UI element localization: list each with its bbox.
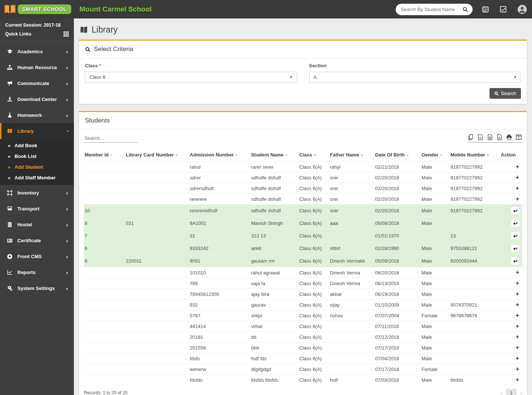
cell-member-id [84,194,125,205]
search-button[interactable]: Search [490,88,521,99]
add-member-button[interactable]: + [515,366,520,372]
column-header-class[interactable]: Class▾ [299,149,329,162]
sidebar-subitem-book-list[interactable]: »Book List [0,151,74,162]
svg-text:A: A [498,136,501,140]
add-member-button[interactable]: + [515,377,520,383]
sidebar-item-inventory[interactable]: Inventory‹ [0,185,74,201]
app-logo[interactable]: SMART SCHOOL [0,4,74,15]
add-member-button[interactable]: + [515,185,520,191]
add-member-button[interactable]: + [515,323,520,329]
add-member-button[interactable]: + [515,355,520,361]
system-settings-icon [7,286,13,291]
double-chevron-icon: » [8,164,10,170]
sidebar-item-homework[interactable]: Homework‹ [0,107,74,123]
prev-page-button[interactable]: ‹ [501,390,502,395]
add-member-button[interactable]: + [515,270,520,276]
add-member-button[interactable]: + [515,313,520,318]
cell-gender [421,230,450,242]
cell-action: ↩ [500,217,522,230]
column-header-label: Member Id [85,152,109,158]
cell-class: Class 6(A) [299,217,329,230]
column-header-mobile-number[interactable]: Mobile Number▾ [450,149,500,162]
quick-links[interactable]: Quick Links [5,31,69,37]
print-icon [506,134,512,140]
sidebar-subitem-label: Book List [14,153,36,159]
cell-date-of-birth: 07/12/2018 [374,332,421,342]
section-select[interactable]: A ▼ [309,72,521,82]
add-member-button[interactable]: + [515,164,520,170]
cell-gender: Male [421,342,450,353]
cell-admission-number: 932 [189,300,250,310]
sidebar-item-transport[interactable]: Transport‹ [0,201,74,217]
return-book-button[interactable]: ↩ [511,257,520,265]
copy-export-button[interactable] [468,134,474,140]
cell-father-name [329,353,374,364]
current-page-button[interactable]: 1 [506,389,516,395]
column-header-date-of-birth[interactable]: Date Of Birth▾ [374,149,421,162]
table-row: 80216A1001Manish ShinghClass 6(A)aaa05/0… [84,217,522,230]
column-header-library-card-number[interactable]: Library Card Number▾ [125,149,189,162]
cell-member-id [84,332,125,342]
sidebar-item-hostel[interactable]: Hostel‹ [0,217,74,233]
sidebar-item-system-settings[interactable]: System Settings‹ [0,280,74,296]
search-icon[interactable] [463,7,468,12]
cell-gender: Male [421,205,450,217]
return-book-button[interactable]: ↩ [511,219,520,227]
return-book-button[interactable]: ↩ [511,207,520,215]
cell-gender: Male [421,194,450,205]
sidebar-item-communicate[interactable]: Communicate‹ [0,75,74,91]
cell-action: + [500,300,522,310]
sidebar-subitem-add-book[interactable]: »Add Book [0,140,74,151]
column-header-gender[interactable]: Gender▾ [421,149,450,162]
cell-student-name: 313 13 [250,230,299,242]
add-member-button[interactable]: + [515,175,520,180]
pdf-export-button[interactable]: A [497,134,502,140]
column-header-label: Gender [422,152,439,158]
table-search-input[interactable] [84,134,138,143]
csv-export-button[interactable] [487,134,493,140]
column-header-father-name[interactable]: Father Name▾ [329,149,374,162]
excel-export-button[interactable]: x [477,134,483,140]
sidebar-item-certificate[interactable]: Certificate‹ [0,233,74,249]
tasks-icon[interactable] [500,6,507,13]
sidebar-item-reports[interactable]: Reports‹ [0,264,74,280]
chevron-down-icon: ▼ [514,75,517,79]
chevron-left-icon: ‹ [66,112,68,118]
cell-father-name [329,364,374,375]
print-export-button[interactable] [506,134,512,140]
cell-date-of-birth: 02/20/2018 [374,194,421,205]
add-member-button[interactable]: + [515,302,520,308]
cell-father-name: Dinesh Verma [329,278,374,289]
cell-class: Class 6(A) [299,353,329,364]
add-member-button[interactable]: + [515,334,520,340]
column-header-student-name[interactable]: Student Name▾ [250,149,299,162]
student-search-input[interactable] [400,6,463,13]
return-book-button[interactable]: ↩ [511,232,520,240]
sidebar-item-human-resource[interactable]: Human Resource‹ [0,60,74,75]
add-member-button[interactable]: + [515,280,520,286]
return-book-button[interactable]: ↩ [511,244,520,252]
sidebar-subitem-add-staff-member[interactable]: »Add Staff Member [0,172,74,183]
user-avatar[interactable] [518,5,527,14]
column-header-member-id[interactable]: Member Id▾ [84,149,125,162]
next-page-button[interactable]: › [521,390,522,395]
table-body: rahulrarer sererClass 6(A)rahyl02/21/201… [84,162,522,385]
add-member-button[interactable]: + [515,196,520,202]
sidebar-item-label: Transport [17,206,40,212]
sidebar-subitem-add-student[interactable]: »Add Student [0,162,74,172]
cell-class: Class 6(A) [299,300,329,310]
sidebar-item-library[interactable]: Library‹ [0,123,74,139]
add-member-button[interactable]: + [515,345,520,351]
sidebar-item-academics[interactable]: Academics‹ [0,44,74,60]
cell-action: + [500,183,522,194]
cell-gender: Male [421,289,450,300]
cell-class: Class 6(A) [299,342,329,353]
sidebar-item-download-center[interactable]: Download Center‹ [0,91,74,107]
class-select[interactable]: Class 6 ▼ [85,72,297,82]
columns-export-button[interactable] [516,134,522,140]
column-header-admission-number[interactable]: Admission Number▾ [189,149,250,162]
calendar-icon[interactable] [482,6,489,13]
sidebar-item-front-cms[interactable]: Front CMS‹ [0,249,74,264]
sidebar-item-label: Certificate [17,238,41,243]
add-member-button[interactable]: + [515,291,520,297]
